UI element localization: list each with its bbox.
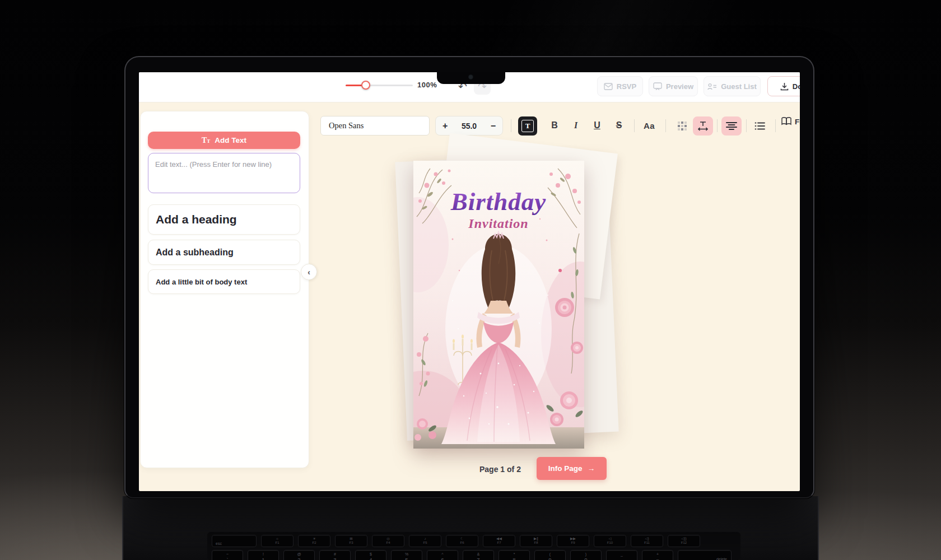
function-key: ☾ F6 [446,535,478,547]
app-window: 100% ↶ ↷ RSVP Preview Guest List [139,72,800,491]
camera-notch [437,72,505,84]
strikethrough-button[interactable]: S [611,117,627,134]
info-page-label: Info Page [548,464,583,473]
toolbar-divider [775,119,776,132]
number-key: ( 9 [534,550,566,560]
function-key: ◁) F11 [631,535,663,547]
guest-list-label: Guest List [721,82,757,91]
underline-button[interactable]: U [589,117,605,134]
number-key: _ - [606,550,637,560]
list-button[interactable] [749,116,770,136]
function-key: ◎ F4 [372,535,404,547]
add-body-text-option[interactable]: Add a little bit of body text [148,269,300,294]
page-indicator: Page 1 of 2 [479,465,521,474]
chevron-left-icon: ‹ [308,268,310,277]
number-key: + = [642,550,673,560]
add-text-button[interactable]: TT Add Text [148,132,300,149]
number-key: ~ ` [212,550,243,560]
camera-dot [468,74,473,80]
zoom-slider-knob[interactable] [361,81,370,90]
font-size-decrease-button[interactable]: − [491,121,496,131]
function-key: ☀ F2 [298,535,330,547]
add-subheading-option[interactable]: Add a subheading [148,240,300,265]
letter-spacing-icon [697,120,709,132]
rsvp-button[interactable]: RSVP [597,76,643,96]
text-tt-icon: TT [202,136,210,145]
checker-pattern-icon [677,121,687,131]
toolbar-divider [665,119,666,132]
key-esc: esc [212,535,257,547]
toolbar-divider [511,119,511,132]
number-key: * 8 [499,550,530,560]
bullet-list-icon [754,122,765,130]
preview-button[interactable]: Preview [649,76,698,96]
italic-button[interactable]: I [567,117,584,134]
align-center-button[interactable] [721,116,742,136]
number-key: % 5 [391,550,422,560]
number-key: @ 2 [283,550,315,560]
zoom-slider[interactable] [346,85,413,86]
edit-text-input[interactable] [148,153,300,193]
function-key: ◁ F10 [594,535,626,547]
transparency-button[interactable] [672,116,692,136]
download-icon [780,82,789,91]
card-subtitle: Invitation [468,216,528,231]
card-title: Birthday [450,188,547,216]
function-key: ▶∥ F8 [520,535,552,547]
align-center-icon [726,122,737,130]
toolbar-divider [634,119,635,132]
function-key: ☼ F1 [261,535,294,547]
flip-label: Fl [795,118,800,126]
function-key: ◁)) F12 [668,535,700,547]
number-key: & 7 [463,550,494,560]
number-key: ! 1 [248,550,279,560]
function-key: ◀◀ F7 [483,535,515,547]
laptop-keyboard: esc ☼ F1 ☀ F2 ⊞ F3 [207,532,740,560]
boxed-t-icon: T [521,120,534,132]
number-key: $ 4 [355,550,386,560]
font-size-control: + 55.0 − [435,116,503,136]
preview-label: Preview [666,82,693,91]
sidebar-collapse-button[interactable]: ‹ [301,264,317,280]
info-page-button[interactable]: Info Page → [537,457,607,480]
keyboard-function-row: esc ☼ F1 ☀ F2 ⊞ F3 [212,535,736,547]
keyboard-number-row: ~ ` ! 1 @ 2 # 3 [212,550,736,560]
font-size-value[interactable]: 55.0 [462,122,477,130]
flip-book-icon [781,117,791,126]
letter-spacing-button[interactable] [693,116,713,136]
bold-button[interactable]: B [546,117,563,134]
font-family-select[interactable]: Open Sans [320,116,430,136]
text-case-button[interactable]: Aa [641,117,658,134]
arrow-right-icon: → [588,464,595,473]
envelope-icon [604,83,613,90]
number-key: ) 0 [570,550,602,560]
number-key: # 3 [319,550,351,560]
number-key: ^ 6 [427,550,458,560]
text-color-button[interactable]: T [518,116,537,136]
function-key: ♪ F5 [409,535,441,547]
font-size-increase-button[interactable]: + [442,121,448,131]
function-key: ⊞ F3 [335,535,367,547]
guest-list-button[interactable]: Guest List [704,76,761,96]
invitation-card[interactable]: Birthday Invitation [413,161,584,449]
flip-button[interactable]: Fl [781,117,800,126]
download-label: Dow [793,82,800,91]
download-button[interactable]: Dow [767,76,800,96]
laptop-body: esc ☼ F1 ☀ F2 ⊞ F3 [122,496,819,560]
key-delete: delete [678,550,732,560]
add-text-label: Add Text [215,136,246,144]
preview-screen-icon [653,82,662,90]
toolbar-divider [717,119,718,132]
function-key: ▶▶ F9 [557,535,589,547]
rsvp-label: RSVP [617,82,636,91]
toolbar-divider [746,119,747,132]
zoom-level-label: 100% [417,81,437,89]
add-heading-option[interactable]: Add a heading [148,204,300,235]
text-panel: TT Add Text Add a heading Add a subheadi… [140,111,309,468]
person-list-icon [707,83,717,90]
